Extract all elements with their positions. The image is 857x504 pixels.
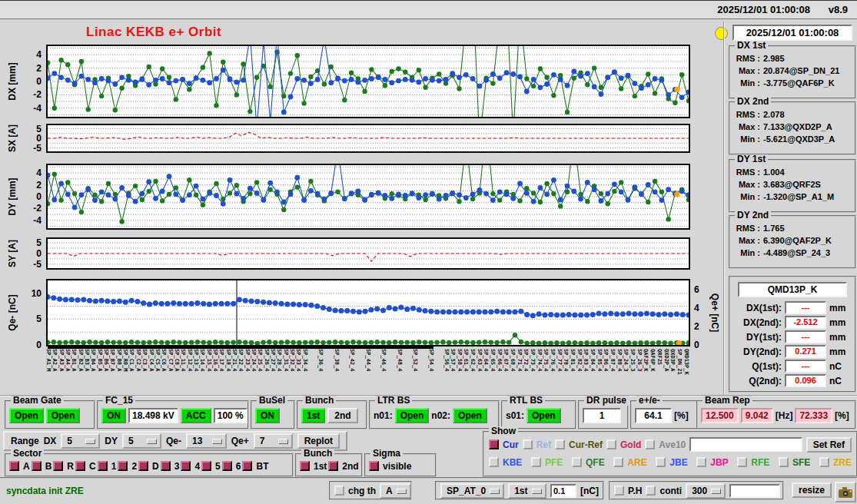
stat-row: Min :-5.621@QXD3P_A — [730, 133, 855, 145]
range-qep-select[interactable]: 7 — [254, 433, 293, 449]
ltr-n02-open-button[interactable]: Open — [453, 408, 487, 423]
conti-checkbox-box[interactable] — [646, 486, 656, 496]
bunch-item-1st[interactable]: 1st — [300, 461, 327, 472]
screenshot-button[interactable] — [835, 482, 856, 502]
fc15-acc-button[interactable]: ACC — [181, 408, 211, 423]
sector-item-d[interactable]: D — [138, 461, 159, 472]
show-checkbox[interactable] — [613, 457, 623, 467]
stat-value: 3.683@QRF2S — [763, 180, 821, 189]
rtl-s01-open-button[interactable]: Open — [526, 408, 561, 423]
sector-item-2[interactable]: 2 — [118, 461, 137, 472]
beam-gate-open-1[interactable]: Open — [9, 408, 44, 423]
bunch-2nd-button[interactable]: 2nd — [327, 408, 357, 423]
ltr-n01-open-button[interactable]: Open — [395, 408, 430, 423]
ph-checkbox-box[interactable] — [614, 486, 624, 496]
conti-checkbox[interactable]: conti — [646, 486, 682, 496]
show-checkbox[interactable] — [555, 439, 565, 449]
sector-item-1[interactable]: 1 — [98, 461, 117, 472]
beam-gate-open-2[interactable]: Open — [46, 408, 81, 423]
show-item-zre[interactable]: ZRE — [819, 457, 852, 468]
show-checkbox[interactable] — [572, 457, 582, 467]
show-item-ave10[interactable]: Ave10 — [645, 439, 686, 450]
control-row-1: Beam GateOpenOpenFC_15ON18.498 kVACC100 … — [0, 399, 857, 429]
stat-label: RMS : — [734, 166, 760, 178]
interval-select[interactable]: 300 — [686, 483, 726, 499]
show-item-are[interactable]: ARE — [613, 457, 646, 468]
bunch-item-2nd[interactable]: 2nd — [328, 461, 358, 472]
sigma-item-visible[interactable]: visible — [369, 461, 411, 472]
sector-checkbox[interactable] — [98, 461, 108, 471]
bunch-select[interactable]: 1st — [508, 483, 546, 499]
show-item-qfe[interactable]: QFE — [572, 457, 605, 468]
show-item-kbe[interactable]: KBE — [489, 457, 522, 468]
bpm-select[interactable]: SP_AT_0 — [440, 483, 504, 499]
chg-th-checkbox[interactable]: chg th — [334, 486, 376, 496]
axis-label-qe: Qe- [nC] — [6, 279, 18, 346]
show-item-rfe[interactable]: RFE — [737, 457, 769, 468]
bunch-1st-button[interactable]: 1st — [301, 408, 325, 423]
sigma-checkbox[interactable] — [369, 461, 379, 471]
ph-checkbox[interactable]: P.H — [614, 486, 642, 496]
show-item-jbp[interactable]: JBP — [696, 457, 728, 468]
sector-item-5[interactable]: 5 — [201, 461, 221, 472]
show-checkbox[interactable] — [606, 439, 616, 449]
sector-item-4[interactable]: 4 — [181, 461, 200, 472]
show-item-gold[interactable]: Gold — [606, 439, 641, 450]
chg-th-checkbox-box[interactable] — [334, 486, 344, 496]
bunch-checkbox[interactable] — [300, 461, 310, 471]
bpm-label: QMD13P_K — [684, 348, 690, 393]
show-checkbox[interactable] — [696, 457, 706, 467]
range-dy-select[interactable]: 5 — [122, 433, 161, 449]
sector-checkbox[interactable] — [138, 461, 148, 471]
show-checkbox[interactable] — [737, 457, 747, 467]
count-input[interactable] — [729, 484, 780, 498]
sector-checkbox[interactable] — [118, 461, 128, 471]
show-label: Gold — [620, 439, 641, 450]
sector-checkbox[interactable] — [9, 461, 19, 471]
sector-checkbox[interactable] — [53, 461, 63, 471]
sector-checkbox[interactable] — [75, 461, 85, 471]
sector-checkbox[interactable] — [222, 461, 232, 471]
sector-item-bt[interactable]: BT — [242, 461, 268, 472]
show-item-pfe[interactable]: PFE — [531, 457, 563, 468]
show-checkbox[interactable] — [779, 457, 789, 467]
show-item-ref[interactable]: Ref — [523, 439, 551, 450]
axis-tick: 0 — [18, 340, 42, 350]
sector-item-6[interactable]: 6 — [222, 461, 241, 472]
sector-item-c[interactable]: C — [75, 461, 96, 472]
show-checkbox[interactable] — [489, 457, 499, 467]
sector-checkbox[interactable] — [242, 461, 252, 471]
sector-checkbox[interactable] — [32, 461, 42, 471]
show-label: QFE — [586, 457, 605, 468]
range-dx-select[interactable]: 5 — [61, 433, 100, 449]
resize-button[interactable]: resize — [792, 482, 832, 498]
show-checkbox[interactable] — [645, 439, 655, 449]
range-qem-select[interactable]: 13 — [186, 433, 227, 449]
show-checkbox[interactable] — [523, 439, 533, 449]
sector-item-a[interactable]: A — [9, 461, 30, 472]
sector-item-r[interactable]: R — [53, 461, 74, 472]
sector-item-b[interactable]: B — [32, 461, 52, 472]
bunch-checkbox[interactable] — [328, 461, 338, 471]
sector-checkbox[interactable] — [181, 461, 191, 471]
set-ref-button[interactable]: Set Ref — [806, 437, 852, 453]
group-epe: e+/e-64.1[%] — [630, 400, 698, 429]
show-checkbox[interactable] — [656, 457, 666, 467]
charge-threshold-input[interactable] — [550, 484, 576, 498]
sector-item-3[interactable]: 3 — [161, 461, 180, 472]
show-checkbox[interactable] — [531, 457, 541, 467]
fc15-on-button[interactable]: ON — [101, 408, 126, 423]
replot-button[interactable]: Replot — [297, 433, 340, 449]
show-item-sfe[interactable]: SFE — [779, 457, 810, 468]
sector-select[interactable]: A — [380, 483, 411, 499]
show-checkbox[interactable] — [489, 439, 499, 449]
sector-label: 5 — [215, 461, 221, 472]
show-checkbox[interactable] — [819, 457, 829, 467]
busel-on-button[interactable]: ON — [255, 408, 280, 423]
ref-file-input[interactable] — [689, 437, 802, 452]
show-item-cur[interactable]: Cur — [489, 439, 519, 450]
sector-checkbox[interactable] — [161, 461, 171, 471]
sector-checkbox[interactable] — [201, 461, 211, 471]
show-item-cur-ref[interactable]: Cur-Ref — [555, 439, 603, 450]
show-item-jbe[interactable]: JBE — [656, 457, 687, 468]
